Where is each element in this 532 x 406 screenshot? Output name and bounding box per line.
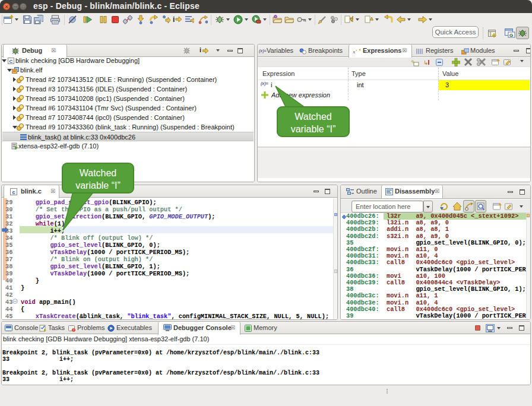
svg-text:C: C — [10, 59, 13, 64]
svg-text:xʹ: xʹ — [353, 49, 357, 55]
svg-text:✦: ✦ — [498, 202, 502, 208]
svg-text:c: c — [12, 189, 15, 195]
svg-text:✦: ✦ — [496, 58, 500, 64]
svg-text:↳: ↳ — [423, 59, 428, 66]
svg-text:G: G — [509, 33, 513, 38]
